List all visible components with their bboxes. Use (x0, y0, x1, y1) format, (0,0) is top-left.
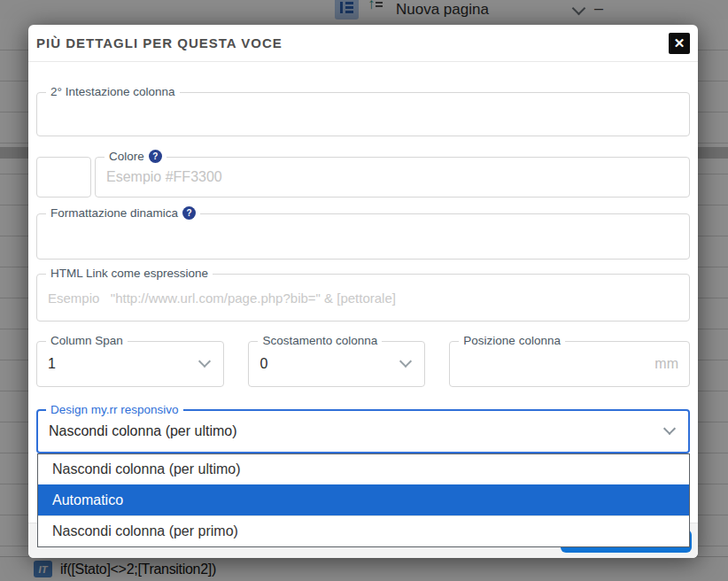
help-icon[interactable]: ? (182, 206, 196, 220)
modal-title: PIÙ DETTAGLI PER QUESTA VOCE (36, 35, 283, 50)
option-hide-column-last[interactable]: Nascondi colonna (per ultimo) (38, 454, 689, 484)
html-link-input[interactable] (37, 275, 689, 321)
column-offset-value: 0 (249, 356, 267, 372)
column-offset-select[interactable]: Scostamento colonna 0 (248, 341, 425, 387)
modal-body: 2° Intestazione colonna Colore ? Formatt… (28, 92, 698, 453)
chevron-down-icon (399, 355, 412, 368)
column-span-select[interactable]: Column Span 1 (36, 341, 224, 387)
field-column-position: Posizione colonna mm (449, 341, 690, 387)
second-column-header-input[interactable] (37, 93, 689, 136)
responsive-design-options-list: Nascondi colonna (per ultimo) Automatico… (37, 453, 690, 547)
field-html-link-expression: HTML Link come espressione (36, 274, 690, 321)
responsive-design-select[interactable]: Design my.rr responsivo Nascondi colonna… (36, 409, 690, 453)
column-span-value: 1 (37, 356, 56, 372)
details-modal: PIÙ DETTAGLI PER QUESTA VOCE ✕ 2° Intest… (28, 25, 698, 558)
modal-header: PIÙ DETTAGLI PER QUESTA VOCE ✕ (28, 25, 698, 62)
column-position-unit: mm (654, 356, 689, 372)
close-icon[interactable]: ✕ (669, 33, 690, 54)
color-input[interactable] (96, 158, 689, 197)
help-icon[interactable]: ? (149, 150, 162, 163)
color-label: Colore ? (105, 150, 167, 163)
second-column-header-label: 2° Intestazione colonna (46, 85, 180, 98)
column-span-label: Column Span (46, 334, 128, 347)
column-settings-row: Column Span 1 Scostamento colonna 0 Posi… (36, 341, 690, 387)
option-automatic[interactable]: Automatico (38, 484, 689, 515)
column-offset-label: Scostamento colonna (258, 334, 382, 347)
dynamic-formatting-label: Formattazione dinamica ? (46, 206, 200, 220)
column-position-label: Posizione colonna (459, 334, 565, 347)
dynamic-formatting-input[interactable] (37, 214, 689, 259)
field-color: Colore ? (95, 157, 690, 198)
chevron-down-icon (198, 355, 211, 368)
field-dynamic-formatting: Formattazione dinamica ? (36, 213, 690, 260)
option-hide-column-first[interactable]: Nascondi colonna (per primo) (38, 515, 689, 546)
responsive-design-label: Design my.rr responsivo (46, 403, 183, 416)
html-link-label: HTML Link come espressione (46, 267, 213, 280)
dynamic-formatting-label-text: Formattazione dinamica (50, 206, 178, 220)
responsive-design-value: Nascondi colonna (per ultimo) (38, 423, 237, 439)
field-second-column-header: 2° Intestazione colonna (36, 92, 690, 136)
chevron-down-icon (663, 422, 676, 435)
column-position-input[interactable] (450, 342, 654, 386)
color-swatch[interactable] (36, 157, 91, 198)
color-label-text: Colore (109, 150, 144, 163)
color-row: Colore ? (36, 157, 690, 198)
